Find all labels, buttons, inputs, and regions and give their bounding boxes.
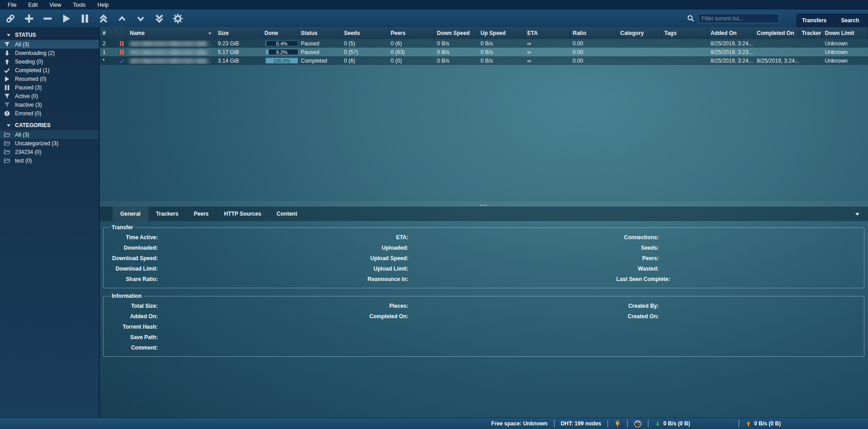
torrent-table-header: # Name Size Done Status Seeds Peers Down… xyxy=(100,27,868,39)
menu-file[interactable]: File xyxy=(2,1,22,9)
col-header-up-speed[interactable]: Up Speed xyxy=(478,27,525,39)
cell-size: 9.23 GiB xyxy=(215,40,262,47)
sidebar-item-seeding[interactable]: Seeding (0) xyxy=(0,57,99,66)
download-arrow-icon xyxy=(655,421,661,427)
sidebar-item-completed[interactable]: Completed (1) xyxy=(0,66,99,74)
sidebar-category-uncategorized[interactable]: Uncategorized (3) xyxy=(0,139,99,148)
blurred-torrent-name xyxy=(130,41,208,46)
cell-down-limit: Unknown xyxy=(822,40,868,47)
table-row[interactable]: 2 . 9.23 GiB 0.4% Paused 0 (5) 0 (6) 0 B… xyxy=(100,39,868,48)
cell-seeds: 0 (6) xyxy=(341,58,388,64)
sidebar-item-label: 234234 (0) xyxy=(15,149,41,155)
information-legend: Information xyxy=(110,293,143,299)
menu-bar: File Edit View Tools Help xyxy=(0,0,868,10)
detail-field-label: Completed On: xyxy=(358,313,408,320)
detail-field-label: ETA: xyxy=(358,234,408,241)
col-header-done[interactable]: Done xyxy=(262,27,298,39)
tab-trackers[interactable]: Trackers xyxy=(148,207,186,221)
sidebar-item-paused[interactable]: Paused (3) xyxy=(0,83,99,92)
status-section-header[interactable]: STATUS xyxy=(0,30,99,40)
move-bottom-icon[interactable] xyxy=(153,13,165,25)
transfer-legend: Transfer xyxy=(110,224,135,231)
resume-icon[interactable] xyxy=(60,13,72,25)
sidebar-category-all[interactable]: All (3) xyxy=(0,130,99,139)
table-row[interactable]: * . 3.14 GiB 100.0% Completed 0 (6) 0 (0… xyxy=(100,56,868,65)
detail-field-label: Upload Speed: xyxy=(358,255,408,261)
table-row[interactable]: 1 . 5.17 GiB 9.2% Paused 0 (57) 0 (63) 0… xyxy=(100,48,868,56)
alt-speed-toggle[interactable] xyxy=(627,420,648,427)
paused-state-icon xyxy=(113,41,127,46)
sidebar-item-resumed[interactable]: Resumed (0) xyxy=(0,74,99,83)
categories-section-header[interactable]: CATEGORIES xyxy=(0,120,99,130)
col-header-category[interactable]: Category xyxy=(618,27,662,39)
toolbar-icons xyxy=(0,13,184,25)
download-icon xyxy=(4,49,11,56)
cell-added-on: 8/25/2019, 3:23... xyxy=(708,49,754,55)
col-header-state[interactable] xyxy=(113,27,127,39)
cell-num: 1 xyxy=(100,49,113,55)
move-up-icon[interactable] xyxy=(116,13,128,25)
col-header-down-limit[interactable]: Down Limit xyxy=(822,27,868,39)
cell-down-speed: 0 B/s xyxy=(434,58,478,64)
menu-view[interactable]: View xyxy=(44,1,67,9)
move-down-icon[interactable] xyxy=(135,13,147,25)
col-header-ratio[interactable]: Ratio xyxy=(570,27,618,39)
global-upload-speed[interactable]: 0 B/s (0 B) xyxy=(739,420,814,427)
sidebar-item-all[interactable]: All (3) xyxy=(0,40,99,49)
col-header-peers[interactable]: Peers xyxy=(388,27,434,39)
link-icon[interactable] xyxy=(5,13,16,25)
upload-arrow-icon xyxy=(745,421,751,427)
col-header-name[interactable]: Name xyxy=(127,27,215,39)
tab-peers[interactable]: Peers xyxy=(186,207,216,221)
sidebar-item-downloading[interactable]: Downloading (2) xyxy=(0,49,99,57)
sidebar-item-errored[interactable]: Errored (0) xyxy=(0,109,99,118)
cell-name: . xyxy=(127,58,215,64)
col-header-size[interactable]: Size xyxy=(215,27,262,39)
move-top-icon[interactable] xyxy=(98,13,109,25)
col-header-added-on[interactable]: Added On xyxy=(708,27,754,39)
detail-field-label: Save Path: xyxy=(108,334,158,340)
detail-field-label: Upload Limit: xyxy=(358,266,408,272)
sidebar-item-active[interactable]: Active (0) xyxy=(0,92,99,100)
tab-transfers[interactable]: Transfers xyxy=(796,14,832,27)
sidebar-item-inactive[interactable]: Inactive (3) xyxy=(0,100,99,109)
panel-splitter[interactable]: ... xyxy=(100,201,868,207)
col-header-seeds[interactable]: Seeds xyxy=(341,27,388,39)
global-download-speed[interactable]: 0 B/s (0 B) xyxy=(648,420,739,427)
tab-content[interactable]: Content xyxy=(269,207,305,221)
menu-tools[interactable]: Tools xyxy=(67,1,92,9)
tab-general[interactable]: General xyxy=(113,207,148,221)
col-header-completed-on[interactable]: Completed On xyxy=(754,27,799,39)
information-group: Information Total Size: Pieces: Created … xyxy=(103,293,864,357)
sidebar-item-label: test (0) xyxy=(15,158,32,164)
sidebar-item-label: Downloading (2) xyxy=(15,50,54,56)
toolbar: Transfers Search xyxy=(0,10,868,27)
pause-icon[interactable] xyxy=(79,13,91,25)
col-header-tracker[interactable]: Tracker xyxy=(799,27,822,39)
tab-http-sources[interactable]: HTTP Sources xyxy=(216,207,269,221)
col-header-eta[interactable]: ETA xyxy=(525,27,570,39)
progress-bar: 9.2% xyxy=(265,49,298,55)
cell-eta: ∞ xyxy=(525,49,570,55)
menu-edit[interactable]: Edit xyxy=(22,1,44,9)
detail-field-label: Seeds: xyxy=(609,245,659,251)
col-header-num[interactable]: # xyxy=(100,27,113,39)
add-icon[interactable] xyxy=(23,13,35,25)
content-area: # Name Size Done Status Seeds Peers Down… xyxy=(100,27,868,418)
paused-state-icon xyxy=(113,49,127,55)
cell-status: Paused xyxy=(298,40,341,47)
sidebar-category-234234[interactable]: 234234 (0) xyxy=(0,148,99,156)
filter-icon-muted xyxy=(4,101,11,108)
filter-torrent-input[interactable] xyxy=(698,14,779,23)
detail-field-label: Created By: xyxy=(609,303,659,309)
sidebar-category-test[interactable]: test (0) xyxy=(0,156,99,165)
col-header-status[interactable]: Status xyxy=(298,27,341,39)
remove-icon[interactable] xyxy=(42,13,54,25)
tab-search[interactable]: Search xyxy=(832,14,868,27)
col-header-tags[interactable]: Tags xyxy=(662,27,708,39)
cell-up-speed: 0 B/s xyxy=(478,40,525,47)
menu-help[interactable]: Help xyxy=(92,1,115,9)
chevron-down-icon[interactable] xyxy=(855,212,860,217)
options-icon[interactable] xyxy=(172,13,184,25)
col-header-down-speed[interactable]: Down Speed xyxy=(434,27,478,39)
